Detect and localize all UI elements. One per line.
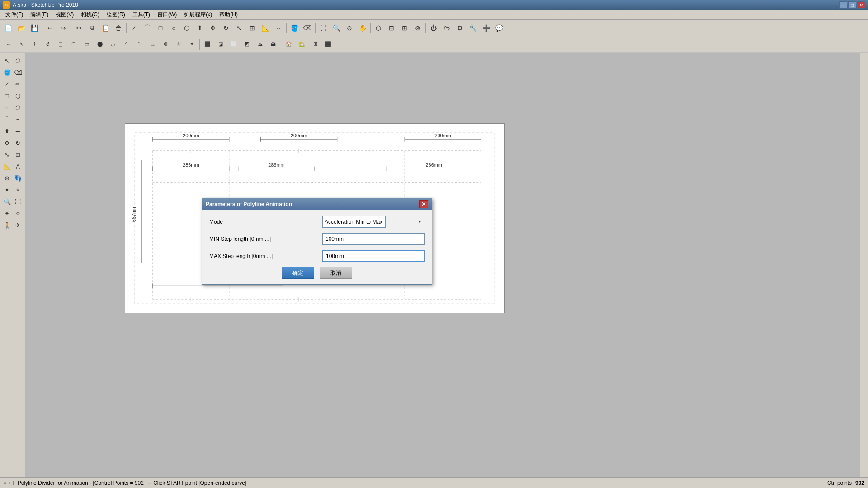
arc5-btn[interactable]: ⌓ <box>146 38 159 51</box>
rotate-tool[interactable]: ↻ <box>13 137 23 148</box>
move-tool[interactable]: ✥ <box>2 137 12 148</box>
min-step-input[interactable] <box>322 233 425 245</box>
move-btn[interactable]: ✥ <box>207 22 219 34</box>
curve2-btn[interactable]: ∿ <box>15 38 28 51</box>
offset-tool[interactable]: ⊞ <box>13 149 23 160</box>
wave-btn[interactable]: ≋ <box>172 38 185 51</box>
rect1-btn[interactable]: ▭ <box>80 38 93 51</box>
house-btn[interactable]: 🏠 <box>283 38 295 51</box>
group-btn[interactable]: ⊟ <box>385 22 398 34</box>
push-pull-btn[interactable]: ⬆ <box>193 22 206 34</box>
curve5-btn[interactable]: ⌶ <box>54 38 67 51</box>
ext2-tool1[interactable]: ✦ <box>2 208 12 219</box>
cube-btn[interactable]: ⬛ <box>201 38 214 51</box>
menu-edit[interactable]: 编辑(E) <box>27 10 52 19</box>
eraser-btn[interactable]: ⌫ <box>301 22 314 34</box>
polygon-tool[interactable]: ⬡ <box>13 102 23 113</box>
dialog-close-button[interactable]: ✕ <box>419 200 428 208</box>
undo-btn[interactable]: ↩ <box>44 22 57 34</box>
arc2-tool[interactable]: ⌢ <box>13 114 23 125</box>
new-btn[interactable]: 📄 <box>2 22 14 34</box>
arc2-btn[interactable]: ◡ <box>107 38 119 51</box>
canvas-area[interactable]: 200mm 200mm 200mm 667mm 286mm <box>25 53 860 477</box>
arc3-btn[interactable]: ◜ <box>120 38 132 51</box>
component-btn[interactable]: ⬡ <box>372 22 385 34</box>
max-step-input[interactable] <box>322 250 425 262</box>
cube2-btn[interactable]: ◪ <box>214 38 227 51</box>
ext3-btn[interactable]: ➕ <box>480 22 492 34</box>
paint-tool[interactable]: 🪣 <box>2 67 12 78</box>
ext-tool1[interactable]: ✦ <box>2 184 12 195</box>
menu-camera[interactable]: 相机(C) <box>77 10 103 19</box>
curve4-btn[interactable]: Ƨ <box>41 38 54 51</box>
zoom-ext-tool[interactable]: ⛶ <box>13 196 23 207</box>
menu-file[interactable]: 文件(F) <box>2 10 27 19</box>
copy-btn[interactable]: ⧉ <box>86 22 99 34</box>
cut-btn[interactable]: ✂ <box>73 22 85 34</box>
arc-tool[interactable]: ⌒ <box>2 114 12 125</box>
save-btn[interactable]: 💾 <box>28 22 41 34</box>
eraser-tool[interactable]: ⌫ <box>13 67 23 78</box>
redo-btn[interactable]: ↪ <box>57 22 70 34</box>
minimize-button[interactable]: ─ <box>839 1 847 9</box>
pan-btn[interactable]: ✋ <box>356 22 369 34</box>
draw-poly-btn[interactable]: ⬡ <box>180 22 193 34</box>
menu-draw[interactable]: 绘图(R) <box>103 10 129 19</box>
open-btn[interactable]: 📂 <box>15 22 28 34</box>
component-tool[interactable]: ⬡ <box>13 55 23 66</box>
stairs-btn[interactable]: ⬛ <box>322 38 335 51</box>
tape-tool[interactable]: 📐 <box>2 161 12 172</box>
zoom-extents-btn[interactable]: ⛶ <box>317 22 330 34</box>
scale-tool[interactable]: ⤡ <box>2 149 12 160</box>
orbit-btn[interactable]: ⊙ <box>343 22 356 34</box>
walkthrough-tool[interactable]: 👣 <box>13 173 23 183</box>
circ1-btn[interactable]: ⬤ <box>94 38 106 51</box>
offset-btn[interactable]: ⊞ <box>246 22 259 34</box>
rotate-btn[interactable]: ↻ <box>220 22 232 34</box>
paste-btn[interactable]: 📋 <box>99 22 112 34</box>
cube4-btn[interactable]: ◩ <box>241 38 253 51</box>
ok-button[interactable]: 确定 <box>282 267 314 279</box>
fly-tool[interactable]: ✈ <box>13 220 23 230</box>
star-btn[interactable]: ✦ <box>185 38 198 51</box>
text-tool[interactable]: A <box>13 161 23 172</box>
power-btn[interactable]: ⏻ <box>427 22 440 34</box>
maximize-button[interactable]: □ <box>848 1 856 9</box>
ext-tool2[interactable]: ✧ <box>13 184 23 195</box>
push-pull-tool[interactable]: ⬆ <box>2 126 12 136</box>
terrain2-btn[interactable]: 🏔 <box>267 38 279 51</box>
zoom-tool[interactable]: 🔍 <box>2 196 12 207</box>
follow-me-tool[interactable]: ➡ <box>13 126 23 136</box>
circle-tool[interactable]: ○ <box>2 102 12 113</box>
ext1-btn[interactable]: ⚙ <box>453 22 466 34</box>
arc1-btn[interactable]: ◠ <box>67 38 80 51</box>
walk-tool[interactable]: 🚶 <box>2 220 12 230</box>
sandbox-tool[interactable]: ⬡ <box>13 90 23 101</box>
ext4-btn[interactable]: 💬 <box>493 22 505 34</box>
tape-btn[interactable]: 📐 <box>259 22 272 34</box>
line-tool[interactable]: ∕ <box>2 79 12 89</box>
intersect-btn[interactable]: ⊗ <box>411 22 424 34</box>
scale-btn[interactable]: ⤡ <box>233 22 245 34</box>
menu-extensions[interactable]: 扩展程序(x) <box>180 10 216 19</box>
cube3-btn[interactable]: ⬜ <box>227 38 240 51</box>
ext2-tool2[interactable]: ✧ <box>13 208 23 219</box>
freehand-tool[interactable]: ✏ <box>13 79 23 89</box>
close-window-button[interactable]: ✕ <box>857 1 865 9</box>
house2-btn[interactable]: 🏡 <box>296 38 308 51</box>
draw-line-btn[interactable]: ∕ <box>128 22 141 34</box>
explode-btn[interactable]: ⊞ <box>398 22 411 34</box>
axis-tool[interactable]: ⊕ <box>2 173 12 183</box>
fence-btn[interactable]: ⊞ <box>309 38 321 51</box>
cancel-button[interactable]: 取消 <box>320 267 352 279</box>
draw-rect-btn[interactable]: □ <box>154 22 167 34</box>
folder2-btn[interactable]: 🗁 <box>440 22 453 34</box>
terrain-btn[interactable]: ⛰ <box>254 38 266 51</box>
delete-btn[interactable]: 🗑 <box>112 22 125 34</box>
menu-window[interactable]: 窗口(W) <box>154 10 180 19</box>
curve3-btn[interactable]: ⌇ <box>28 38 41 51</box>
rect-tool[interactable]: □ <box>2 90 12 101</box>
menu-help[interactable]: 帮助(H) <box>216 10 241 19</box>
menu-view[interactable]: 视图(V) <box>52 10 77 19</box>
draw-arc-btn[interactable]: ⌒ <box>141 22 154 34</box>
